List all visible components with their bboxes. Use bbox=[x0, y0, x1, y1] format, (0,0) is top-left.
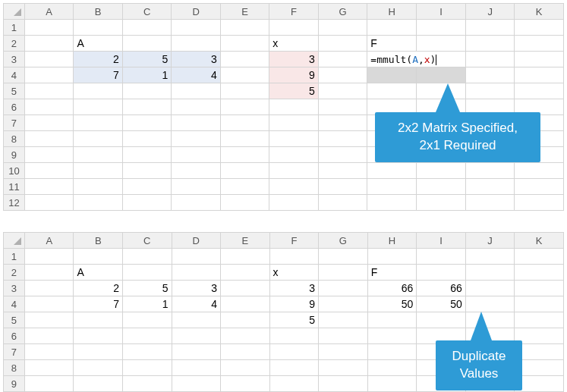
row-header[interactable]: 6 bbox=[4, 99, 25, 115]
cell[interactable] bbox=[122, 163, 171, 179]
cell[interactable] bbox=[367, 20, 417, 36]
cell[interactable] bbox=[123, 265, 172, 281]
row-header[interactable]: 5 bbox=[4, 83, 25, 99]
formula-cell[interactable]: =mmult(A,x) bbox=[367, 52, 466, 67]
row-header[interactable]: 4 bbox=[4, 296, 25, 312]
cell[interactable] bbox=[122, 147, 171, 163]
cell[interactable] bbox=[515, 249, 564, 265]
cell[interactable] bbox=[172, 249, 221, 265]
cell[interactable] bbox=[74, 376, 123, 392]
cell[interactable] bbox=[24, 163, 73, 179]
cell[interactable] bbox=[319, 376, 368, 392]
vector-x-cell[interactable]: 3 bbox=[269, 281, 319, 296]
col-header[interactable]: E bbox=[221, 233, 270, 249]
cell[interactable] bbox=[74, 328, 123, 344]
cell[interactable] bbox=[318, 179, 367, 195]
cell[interactable] bbox=[319, 312, 368, 328]
cell[interactable] bbox=[24, 296, 74, 312]
col-header[interactable]: I bbox=[417, 233, 466, 249]
cell[interactable] bbox=[367, 249, 417, 265]
cell[interactable] bbox=[123, 328, 172, 344]
cell[interactable] bbox=[319, 281, 368, 296]
cell[interactable] bbox=[367, 179, 417, 195]
cell[interactable] bbox=[74, 115, 122, 131]
cell[interactable] bbox=[24, 99, 73, 115]
cell[interactable] bbox=[318, 131, 367, 147]
result-cell[interactable]: 50 bbox=[367, 296, 417, 312]
cell[interactable] bbox=[318, 99, 367, 115]
select-all-corner[interactable] bbox=[4, 233, 25, 249]
cell[interactable] bbox=[220, 131, 269, 147]
cell[interactable] bbox=[318, 20, 367, 36]
row-header[interactable]: 3 bbox=[4, 52, 25, 67]
cell[interactable] bbox=[318, 195, 367, 211]
matrix-A-cell[interactable]: 5 bbox=[122, 52, 171, 67]
cell[interactable] bbox=[172, 360, 221, 376]
col-header[interactable]: A bbox=[24, 4, 73, 20]
result-duplicate-cell[interactable]: 50 bbox=[417, 296, 466, 312]
cell[interactable] bbox=[515, 281, 564, 296]
cell[interactable] bbox=[417, 195, 466, 211]
cell[interactable] bbox=[269, 249, 319, 265]
col-header[interactable]: G bbox=[319, 233, 368, 249]
cell[interactable] bbox=[24, 67, 73, 83]
cell[interactable] bbox=[220, 67, 269, 83]
cell[interactable] bbox=[122, 179, 171, 195]
cell[interactable] bbox=[172, 83, 220, 99]
label-x[interactable]: x bbox=[269, 265, 319, 281]
cell[interactable] bbox=[74, 20, 122, 36]
cell[interactable] bbox=[515, 36, 564, 52]
cell[interactable] bbox=[172, 312, 221, 328]
vector-x-cell[interactable]: 3 bbox=[269, 52, 318, 67]
cell[interactable] bbox=[465, 195, 514, 211]
cell[interactable] bbox=[319, 265, 368, 281]
cell[interactable] bbox=[172, 20, 220, 36]
cell[interactable] bbox=[123, 376, 172, 392]
row-header[interactable]: 7 bbox=[4, 115, 25, 131]
cell[interactable] bbox=[269, 328, 319, 344]
cell[interactable] bbox=[24, 360, 74, 376]
cell[interactable] bbox=[465, 265, 515, 281]
cell[interactable] bbox=[24, 195, 73, 211]
cell[interactable] bbox=[172, 131, 220, 147]
matrix-A-cell[interactable]: 3 bbox=[172, 281, 221, 296]
cell[interactable] bbox=[221, 312, 270, 328]
cell[interactable] bbox=[515, 296, 564, 312]
cell[interactable] bbox=[515, 195, 564, 211]
cell[interactable] bbox=[24, 115, 73, 131]
cell[interactable] bbox=[269, 147, 318, 163]
cell[interactable] bbox=[74, 179, 122, 195]
cell[interactable] bbox=[220, 115, 269, 131]
cell[interactable] bbox=[24, 376, 74, 392]
cell[interactable] bbox=[515, 67, 564, 83]
cell[interactable] bbox=[123, 360, 172, 376]
cell[interactable] bbox=[221, 344, 270, 360]
vector-x-cell[interactable]: 9 bbox=[269, 296, 319, 312]
matrix-A-cell[interactable]: 1 bbox=[123, 296, 172, 312]
cell[interactable] bbox=[220, 99, 269, 115]
cell[interactable] bbox=[269, 360, 319, 376]
cell[interactable] bbox=[123, 249, 172, 265]
selection-cell[interactable] bbox=[367, 67, 417, 83]
selection-cell[interactable] bbox=[417, 67, 466, 83]
cell[interactable] bbox=[269, 344, 319, 360]
cell[interactable] bbox=[269, 131, 318, 147]
cell[interactable] bbox=[24, 147, 73, 163]
col-header[interactable]: J bbox=[465, 233, 515, 249]
cell[interactable] bbox=[74, 312, 123, 328]
cell[interactable] bbox=[74, 131, 122, 147]
col-header[interactable]: K bbox=[515, 233, 564, 249]
cell[interactable] bbox=[221, 376, 270, 392]
cell[interactable] bbox=[122, 20, 171, 36]
result-duplicate-cell[interactable]: 66 bbox=[417, 281, 466, 296]
cell[interactable] bbox=[221, 281, 270, 296]
cell[interactable] bbox=[74, 99, 122, 115]
cell[interactable] bbox=[318, 67, 367, 83]
cell[interactable] bbox=[515, 52, 564, 67]
cell[interactable] bbox=[319, 360, 368, 376]
row-header[interactable]: 12 bbox=[4, 195, 25, 211]
row-header[interactable]: 11 bbox=[4, 179, 25, 195]
col-header[interactable]: G bbox=[318, 4, 367, 20]
cell[interactable] bbox=[24, 281, 74, 296]
col-header[interactable]: H bbox=[367, 233, 417, 249]
